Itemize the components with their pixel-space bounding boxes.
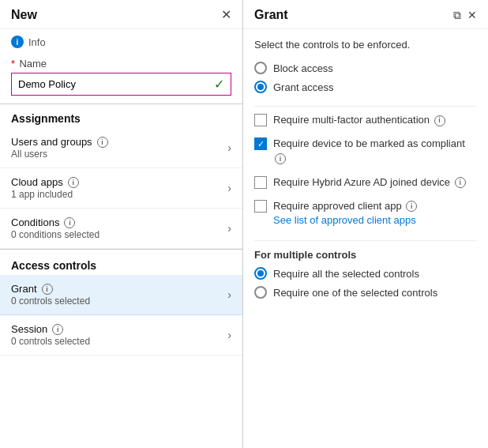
hybrid-label: Require Hybrid Azure AD joined device i — [273, 175, 466, 190]
grant-chevron-icon: › — [227, 288, 231, 301]
mfa-info-icon[interactable]: i — [434, 115, 445, 126]
block-access-label: Block access — [273, 62, 333, 74]
block-access-radio-item[interactable]: Block access — [254, 62, 477, 74]
device-checkbox[interactable] — [254, 137, 267, 150]
users-groups-content: Users and groups i All users — [11, 136, 108, 160]
left-panel-title: New — [11, 8, 37, 22]
name-label: * Name — [11, 58, 231, 70]
mfa-label: Require multi-factor authentication i — [273, 113, 445, 127]
cloud-apps-nav-item[interactable]: Cloud apps i 1 app included › — [0, 168, 242, 209]
multiple-controls-radio-group: Require all the selected controls Requir… — [254, 267, 477, 299]
divider-2 — [254, 240, 477, 241]
session-chevron-icon: › — [227, 329, 231, 341]
info-label: Info — [28, 36, 46, 48]
name-input-container: ✓ — [11, 73, 231, 96]
block-access-radio-circle[interactable] — [254, 62, 267, 74]
access-type-radio-group: Block access Grant access — [254, 62, 477, 93]
left-panel-header: New ✕ — [0, 0, 242, 29]
access-controls-title: Access controls — [0, 249, 242, 275]
right-panel-title: Grant — [254, 8, 288, 22]
conditions-chevron-icon: › — [227, 222, 231, 235]
required-star: * — [11, 58, 15, 70]
require-all-radio-circle[interactable] — [254, 267, 267, 280]
name-form-section: * Name ✓ — [0, 55, 242, 104]
left-panel: New ✕ i Info * Name ✓ Assignments Users … — [0, 0, 243, 448]
right-panel-header: Grant ⧉ ✕ — [243, 0, 488, 29]
approved-client-apps-link[interactable]: See list of approved client apps — [273, 214, 416, 226]
users-groups-title: Users and groups i — [11, 136, 108, 148]
grant-title: Grant i — [11, 283, 90, 295]
grant-nav-item[interactable]: Grant i 0 controls selected › — [0, 275, 242, 315]
client-app-checkbox[interactable] — [254, 200, 267, 213]
session-info-icon[interactable]: i — [52, 324, 63, 335]
right-header-actions: ⧉ ✕ — [453, 9, 477, 22]
instruction-text: Select the controls to be enforced. — [254, 39, 477, 51]
info-bar: i Info — [0, 29, 242, 55]
conditions-title: Conditions i — [11, 216, 99, 228]
session-sub: 0 controls selected — [11, 336, 90, 347]
conditions-info-icon[interactable]: i — [64, 217, 75, 228]
session-content: Session i 0 controls selected — [11, 323, 90, 347]
session-nav-item[interactable]: Session i 0 controls selected › — [0, 315, 242, 356]
require-one-label: Require one of the selected controls — [273, 287, 437, 299]
name-input[interactable] — [18, 78, 214, 90]
right-panel: Grant ⧉ ✕ Select the controls to be enfo… — [243, 0, 488, 448]
checkbox-group: Require multi-factor authentication i Re… — [254, 113, 477, 228]
cloud-apps-sub: 1 app included — [11, 189, 79, 200]
conditions-content: Conditions i 0 conditions selected — [11, 216, 99, 240]
hybrid-checkbox[interactable] — [254, 176, 267, 189]
multiple-controls-title: For multiple controls — [254, 249, 477, 261]
users-groups-sub: All users — [11, 149, 108, 160]
divider-1 — [254, 106, 477, 107]
client-app-checkbox-item[interactable]: Require approved client app i See list o… — [254, 199, 477, 228]
require-all-label: Require all the selected controls — [273, 268, 419, 280]
cloud-apps-chevron-icon: › — [227, 182, 231, 194]
checkmark-icon: ✓ — [214, 77, 224, 92]
device-checkbox-item[interactable]: Require device to be marked as compliant… — [254, 137, 477, 165]
mfa-checkbox-item[interactable]: Require multi-factor authentication i — [254, 113, 477, 127]
users-groups-info-icon[interactable]: i — [97, 137, 108, 148]
client-app-info-icon[interactable]: i — [406, 201, 417, 212]
maximize-button[interactable]: ⧉ — [453, 9, 461, 22]
cloud-apps-info-icon[interactable]: i — [68, 177, 79, 188]
grant-sub: 0 controls selected — [11, 296, 90, 307]
grant-access-radio-item[interactable]: Grant access — [254, 81, 477, 93]
cloud-apps-title: Cloud apps i — [11, 176, 79, 188]
grant-access-label: Grant access — [273, 81, 334, 93]
right-body: Select the controls to be enforced. Bloc… — [243, 29, 488, 321]
mfa-checkbox[interactable] — [254, 114, 267, 126]
conditions-nav-item[interactable]: Conditions i 0 conditions selected › — [0, 209, 242, 249]
right-close-button[interactable]: ✕ — [467, 9, 477, 21]
grant-content: Grant i 0 controls selected — [11, 283, 90, 307]
info-icon: i — [11, 36, 24, 48]
cloud-apps-content: Cloud apps i 1 app included — [11, 176, 79, 200]
conditions-sub: 0 conditions selected — [11, 229, 99, 240]
client-app-label: Require approved client app i See list o… — [273, 199, 417, 228]
device-info-icon[interactable]: i — [275, 153, 286, 164]
left-close-button[interactable]: ✕ — [221, 9, 231, 21]
session-title: Session i — [11, 323, 90, 335]
grant-info-icon[interactable]: i — [42, 284, 53, 295]
require-one-radio-circle[interactable] — [254, 286, 267, 299]
users-groups-chevron-icon: › — [227, 141, 231, 154]
require-one-radio-item[interactable]: Require one of the selected controls — [254, 286, 477, 299]
hybrid-info-icon[interactable]: i — [455, 177, 466, 188]
hybrid-checkbox-item[interactable]: Require Hybrid Azure AD joined device i — [254, 175, 477, 190]
device-label: Require device to be marked as compliant… — [273, 137, 477, 165]
grant-access-radio-circle[interactable] — [254, 81, 267, 93]
assignments-title: Assignments — [0, 104, 242, 128]
users-groups-nav-item[interactable]: Users and groups i All users › — [0, 128, 242, 168]
require-all-radio-item[interactable]: Require all the selected controls — [254, 267, 477, 280]
